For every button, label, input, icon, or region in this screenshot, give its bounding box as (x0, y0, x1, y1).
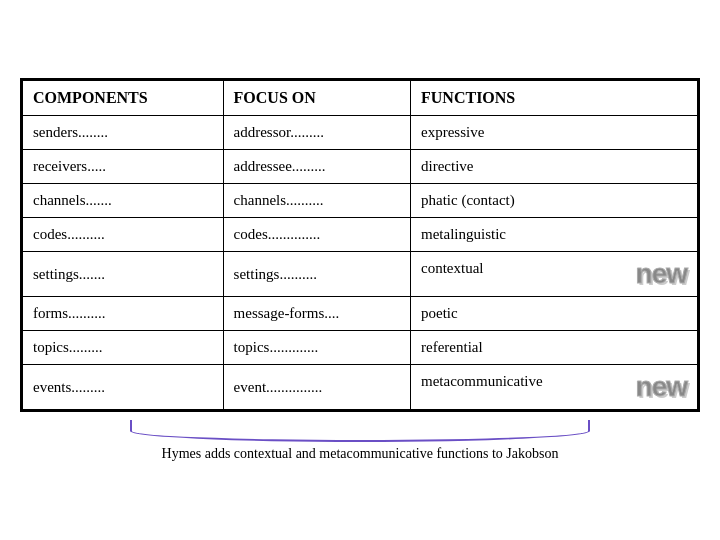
cell-focus-on: codes.............. (223, 218, 410, 252)
table-header-row: COMPONENTS FOCUS ON FUNCTIONS (23, 81, 698, 116)
table-row: settings.......settings..........context… (23, 252, 698, 297)
cell-focus-on: message-forms.... (223, 297, 410, 331)
table-row: forms..........message-forms....poetic (23, 297, 698, 331)
table-row: codes..........codes..............metali… (23, 218, 698, 252)
cell-component: codes.......... (23, 218, 224, 252)
cell-component: receivers..... (23, 150, 224, 184)
header-components: COMPONENTS (23, 81, 224, 116)
footnote-text: Hymes adds contextual and metacommunicat… (162, 446, 559, 461)
table-row: events.........event...............metac… (23, 365, 698, 410)
header-functions: FUNCTIONS (411, 81, 698, 116)
cell-focus-on: settings.......... (223, 252, 410, 297)
table-row: senders........addressor.........express… (23, 116, 698, 150)
cell-function: directive (411, 150, 698, 184)
footnote-section: Hymes adds contextual and metacommunicat… (20, 420, 700, 462)
table-row: channels.......channels..........phatic … (23, 184, 698, 218)
cell-focus-on: channels.......... (223, 184, 410, 218)
cell-function: poetic (411, 297, 698, 331)
cell-function: contextualnew (411, 252, 698, 297)
cell-function: referential (411, 331, 698, 365)
cell-focus-on: topics............. (223, 331, 410, 365)
new-badge: new (636, 373, 687, 401)
table-row: topics.........topics.............refere… (23, 331, 698, 365)
cell-component: senders........ (23, 116, 224, 150)
cell-component: channels....... (23, 184, 224, 218)
cell-function: expressive (411, 116, 698, 150)
new-badge: new (636, 260, 687, 288)
cell-function: phatic (contact) (411, 184, 698, 218)
footnote-arc (130, 420, 590, 442)
cell-component: settings....... (23, 252, 224, 297)
cell-component: topics......... (23, 331, 224, 365)
cell-function: metacommunicativenew (411, 365, 698, 410)
cell-component: events......... (23, 365, 224, 410)
cell-focus-on: addressee......... (223, 150, 410, 184)
main-table-wrapper: COMPONENTS FOCUS ON FUNCTIONS senders...… (20, 78, 700, 412)
cell-focus-on: event............... (223, 365, 410, 410)
table-row: receivers.....addressee.........directiv… (23, 150, 698, 184)
cell-focus-on: addressor......... (223, 116, 410, 150)
header-focus-on: FOCUS ON (223, 81, 410, 116)
cell-component: forms.......... (23, 297, 224, 331)
cell-function: metalinguistic (411, 218, 698, 252)
components-table: COMPONENTS FOCUS ON FUNCTIONS senders...… (22, 80, 698, 410)
